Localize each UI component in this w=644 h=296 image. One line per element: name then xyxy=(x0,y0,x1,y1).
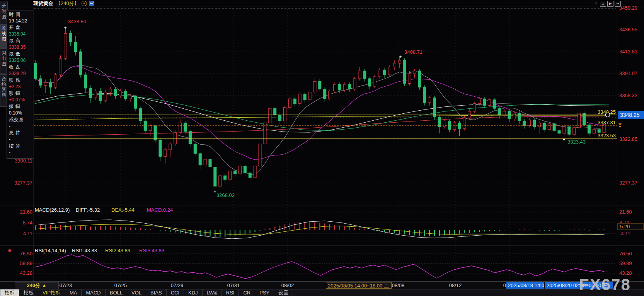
candle-body[interactable] xyxy=(64,33,67,58)
candle-body[interactable] xyxy=(503,111,506,115)
candle-body[interactable] xyxy=(274,108,276,115)
candle-body[interactable] xyxy=(229,171,232,180)
candle-body[interactable] xyxy=(463,118,466,128)
candle-body[interactable] xyxy=(239,166,241,174)
candle-body[interactable] xyxy=(478,99,481,103)
candle-body[interactable] xyxy=(573,128,576,134)
candle-body[interactable] xyxy=(493,100,496,108)
candle-body[interactable] xyxy=(418,71,421,87)
toolbar-item-cci[interactable]: CCI xyxy=(167,289,184,296)
toolbar-item-vip[interactable]: VIP指标 xyxy=(38,289,65,296)
toolbar-item-vol[interactable]: VOL xyxy=(127,289,146,296)
candle-body[interactable] xyxy=(159,140,162,156)
candle-body[interactable] xyxy=(488,100,491,106)
candle-body[interactable] xyxy=(403,60,406,84)
candle-body[interactable] xyxy=(353,79,356,89)
candle-body[interactable] xyxy=(249,173,251,178)
candle-body[interactable] xyxy=(383,70,386,75)
candle-body[interactable] xyxy=(338,84,341,90)
candle-body[interactable] xyxy=(538,123,540,127)
candle-body[interactable] xyxy=(54,75,57,87)
candle-body[interactable] xyxy=(593,130,595,133)
candle-body[interactable] xyxy=(184,123,187,131)
toolbar-item-lw[interactable]: LW& xyxy=(203,289,222,296)
toolbar-item-bias[interactable]: BIAS xyxy=(146,289,167,296)
candle-body[interactable] xyxy=(603,125,605,133)
candle-body[interactable] xyxy=(209,159,211,167)
candle-body[interactable] xyxy=(513,113,516,119)
candle-body[interactable] xyxy=(528,120,531,126)
candle-body[interactable] xyxy=(523,121,526,125)
candle-body[interactable] xyxy=(154,126,157,140)
candle-body[interactable] xyxy=(433,98,436,117)
main-chart-svg[interactable]: 3348.253348.253337.313323.53+3438.80+340… xyxy=(0,0,644,296)
candle-body[interactable] xyxy=(139,108,141,121)
candle-body[interactable] xyxy=(319,82,321,89)
candle-body[interactable] xyxy=(378,70,381,77)
toolbar-item-settings[interactable]: 设置 xyxy=(274,289,293,296)
candle-body[interactable] xyxy=(358,71,361,79)
toolbar-item-psy[interactable]: PSY xyxy=(255,289,274,296)
candle-body[interactable] xyxy=(453,123,456,129)
candle-body[interactable] xyxy=(129,96,132,99)
candle-body[interactable] xyxy=(199,154,201,165)
candle-body[interactable] xyxy=(99,91,102,101)
candle-body[interactable] xyxy=(308,92,311,100)
candle-body[interactable] xyxy=(548,124,550,130)
candle-body[interactable] xyxy=(563,127,566,133)
candle-body[interactable] xyxy=(74,42,77,52)
candle-body[interactable] xyxy=(373,77,376,86)
toolbar-item-cr[interactable]: CR xyxy=(239,289,255,296)
candle-body[interactable] xyxy=(568,127,571,134)
toolbar-item-boll[interactable]: BOLL xyxy=(106,289,127,296)
candle-body[interactable] xyxy=(598,130,600,132)
candle-body[interactable] xyxy=(254,166,256,178)
toolbar-item-indicator[interactable]: 指标 xyxy=(0,289,19,296)
candle-body[interactable] xyxy=(284,108,286,121)
candle-body[interactable] xyxy=(69,33,72,42)
toolbar-item-kdj[interactable]: KDJ xyxy=(184,289,203,296)
candle-body[interactable] xyxy=(408,74,411,84)
candle-body[interactable] xyxy=(329,91,331,99)
toolbar-item-macd[interactable]: MACD xyxy=(82,289,105,296)
candle-body[interactable] xyxy=(224,176,227,180)
candle-body[interactable] xyxy=(149,126,152,130)
candle-body[interactable] xyxy=(39,79,42,85)
candle-body[interactable] xyxy=(398,60,401,63)
candle-body[interactable] xyxy=(189,132,191,144)
candle-body[interactable] xyxy=(244,166,246,173)
candle-body[interactable] xyxy=(214,167,216,186)
candle-body[interactable] xyxy=(458,123,461,128)
candle-body[interactable] xyxy=(558,130,561,133)
candle-body[interactable] xyxy=(114,89,117,96)
candle-body[interactable] xyxy=(169,144,172,150)
candle-body[interactable] xyxy=(324,89,326,99)
candle-body[interactable] xyxy=(553,124,555,130)
candle-body[interactable] xyxy=(348,84,351,89)
candle-body[interactable] xyxy=(303,94,306,100)
candle-body[interactable] xyxy=(543,123,545,129)
candle-body[interactable] xyxy=(119,91,122,96)
candle-body[interactable] xyxy=(313,82,316,92)
candle-body[interactable] xyxy=(423,87,426,103)
candle-body[interactable] xyxy=(59,58,62,75)
price-line-handle[interactable] xyxy=(606,113,610,117)
candle-body[interactable] xyxy=(109,89,112,92)
candle-body[interactable] xyxy=(79,52,82,75)
candle-body[interactable] xyxy=(363,71,366,79)
candle-body[interactable] xyxy=(94,91,97,98)
candle-body[interactable] xyxy=(468,111,471,118)
candle-body[interactable] xyxy=(89,88,92,98)
candle-body[interactable] xyxy=(473,104,476,111)
candle-body[interactable] xyxy=(334,84,336,91)
candle-body[interactable] xyxy=(164,150,167,156)
candle-body[interactable] xyxy=(483,99,486,105)
candle-body[interactable] xyxy=(194,144,196,154)
candle-body[interactable] xyxy=(343,84,346,90)
candle-body[interactable] xyxy=(124,91,127,99)
toolbar-item-template[interactable]: 模板 xyxy=(19,289,38,296)
candle-body[interactable] xyxy=(204,159,206,165)
candle-body[interactable] xyxy=(518,113,521,121)
candle-body[interactable] xyxy=(219,176,221,186)
period-selector-button[interactable]: 240分 ▲ xyxy=(15,282,59,289)
